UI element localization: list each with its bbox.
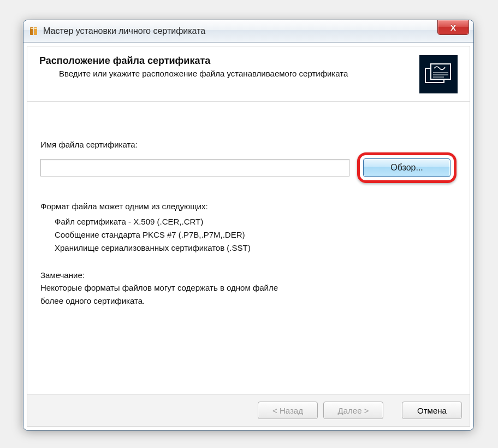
note-block: Замечание: Некоторые форматы файлов могу… bbox=[40, 269, 456, 307]
wizard-header: Расположение файла сертификата Введите и… bbox=[27, 46, 470, 102]
page-subtitle: Введите или укажите расположение файла у… bbox=[39, 69, 413, 78]
svg-rect-3 bbox=[34, 28, 37, 29]
client-area: Расположение файла сертификата Введите и… bbox=[23, 43, 473, 430]
note-label: Замечание: bbox=[40, 269, 456, 281]
file-field-label: Имя файла сертификата: bbox=[40, 140, 456, 149]
formats-list: Файл сертификата - X.509 (.CER,.CRT) Соо… bbox=[40, 215, 456, 255]
wizard-footer: < Назад Далее > Отмена bbox=[27, 394, 470, 426]
formats-title: Формат файла может одним из следующих: bbox=[40, 202, 456, 211]
page-title: Расположение файла сертификата bbox=[39, 55, 413, 67]
close-icon: X bbox=[450, 23, 456, 32]
close-button[interactable]: X bbox=[437, 20, 469, 35]
note-text: Некоторые форматы файлов могут содержать… bbox=[40, 281, 456, 294]
next-button[interactable]: Далее > bbox=[323, 402, 383, 419]
wizard-body: Имя файла сертификата: Обзор... Формат ф… bbox=[27, 102, 470, 394]
note-text: более одного сертификата. bbox=[40, 294, 456, 307]
format-item: Файл сертификата - X.509 (.CER,.CRT) bbox=[55, 215, 456, 228]
certificate-icon bbox=[419, 55, 458, 93]
format-item: Хранилище сериализованных сертификатов (… bbox=[55, 241, 456, 255]
titlebar[interactable]: Мастер установки личного сертификата X bbox=[23, 20, 473, 43]
format-item: Сообщение стандарта PKCS #7 (.P7B,.P7M,.… bbox=[55, 228, 456, 241]
svg-rect-2 bbox=[31, 28, 33, 29]
cancel-button[interactable]: Отмена bbox=[402, 402, 462, 419]
wizard-panel: Расположение файла сертификата Введите и… bbox=[27, 46, 470, 427]
browse-button[interactable]: Обзор... bbox=[363, 158, 450, 177]
wizard-window: Мастер установки личного сертификата X Р… bbox=[23, 20, 474, 431]
browse-highlight: Обзор... bbox=[357, 152, 456, 183]
window-title: Мастер установки личного сертификата bbox=[43, 26, 205, 36]
certificate-file-input[interactable] bbox=[40, 159, 349, 176]
app-icon bbox=[29, 26, 39, 36]
back-button[interactable]: < Назад bbox=[258, 402, 318, 419]
